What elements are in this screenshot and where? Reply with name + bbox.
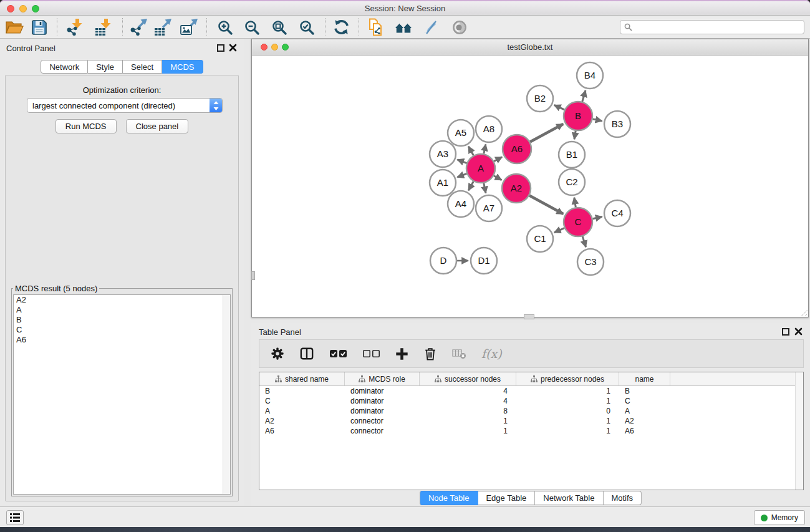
- show-all-button[interactable]: [449, 17, 470, 37]
- task-history-button[interactable]: [6, 510, 24, 525]
- table-cell[interactable]: B: [619, 387, 670, 395]
- mcds-list-scrollbar[interactable]: [223, 295, 230, 494]
- zoom-out-button[interactable]: [241, 17, 263, 37]
- column-header-name[interactable]: name: [619, 372, 670, 385]
- close-panel-button[interactable]: Close panel: [126, 119, 189, 133]
- graph-node-C1[interactable]: C1: [527, 226, 553, 252]
- mcds-result-item[interactable]: A: [14, 305, 230, 315]
- mcds-result-item[interactable]: A6: [14, 335, 230, 345]
- graph-edge-C-C2[interactable]: [574, 198, 576, 208]
- graph-node-B3[interactable]: B3: [604, 111, 630, 137]
- graph-node-A5[interactable]: A5: [448, 120, 474, 146]
- table-row[interactable]: Adominator80A: [259, 406, 803, 416]
- hide-selected-button[interactable]: [420, 17, 441, 37]
- export-network-button[interactable]: [128, 17, 149, 37]
- tab-network[interactable]: Network: [41, 60, 88, 74]
- graph-node-A3[interactable]: A3: [430, 141, 456, 167]
- table-cell[interactable]: 1: [516, 397, 619, 405]
- column-header-shared-name[interactable]: shared name: [259, 372, 345, 385]
- open-session-button[interactable]: [4, 17, 25, 37]
- table-cell[interactable]: connector: [345, 417, 420, 425]
- refresh-button[interactable]: [330, 17, 352, 37]
- graph-node-A6[interactable]: A6: [503, 135, 531, 163]
- table-cell[interactable]: A2: [619, 417, 670, 425]
- graph-node-D[interactable]: D: [430, 248, 456, 274]
- column-header-mcds-role[interactable]: MCDS role: [345, 372, 420, 385]
- zoom-fit-button[interactable]: [269, 17, 290, 37]
- graph-edge-B-B2[interactable]: [554, 105, 564, 110]
- graph-node-A[interactable]: A: [466, 154, 495, 183]
- mcds-result-item[interactable]: B: [14, 315, 230, 325]
- graph-node-C[interactable]: C: [564, 208, 592, 236]
- table-cell[interactable]: dominator: [345, 397, 420, 405]
- graph-edge-C-C4[interactable]: [592, 216, 602, 218]
- run-mcds-button[interactable]: Run MCDS: [55, 119, 117, 133]
- table-scrollbar[interactable]: [795, 372, 803, 490]
- column-header-predecessor-nodes[interactable]: predecessor nodes: [516, 372, 619, 385]
- table-options-button[interactable]: [271, 347, 284, 360]
- graph-edge-A-A3[interactable]: [457, 160, 466, 163]
- table-cell[interactable]: dominator: [345, 387, 420, 395]
- graph-edge-A-A4[interactable]: [468, 181, 473, 190]
- left-splitter-handle[interactable]: [251, 271, 255, 280]
- delete-table-button[interactable]: [452, 348, 466, 359]
- tab-edge-table[interactable]: Edge Table: [478, 491, 535, 505]
- search-field[interactable]: [620, 20, 804, 34]
- table-cell[interactable]: 1: [516, 427, 619, 435]
- export-image-button[interactable]: [178, 17, 200, 37]
- graph-node-A8[interactable]: A8: [476, 116, 502, 142]
- table-cell[interactable]: A6: [259, 427, 345, 435]
- table-cell[interactable]: 4: [420, 387, 516, 395]
- table-close-icon[interactable]: [794, 327, 803, 336]
- graph-edge-C-C3[interactable]: [582, 236, 586, 247]
- float-panel-button[interactable]: [217, 44, 224, 52]
- graph-node-A1[interactable]: A1: [430, 170, 456, 196]
- table-cell[interactable]: dominator: [345, 407, 420, 415]
- graph-node-C4[interactable]: C4: [604, 200, 630, 226]
- export-table-button[interactable]: [152, 17, 173, 37]
- table-row[interactable]: Bdominator41B: [259, 386, 803, 396]
- function-builder-button[interactable]: f(x): [481, 347, 502, 360]
- table-cell[interactable]: A: [259, 407, 345, 415]
- network-canvas[interactable]: B4B2BB3A5A8A6A3B1AA1C2A2A4A7C4CC1C3DD1: [252, 56, 808, 317]
- delete-columns-button[interactable]: [423, 347, 437, 361]
- graph-edge-A2-C[interactable]: [529, 195, 563, 214]
- table-float-button[interactable]: [782, 328, 789, 336]
- mcds-result-item[interactable]: A2: [14, 295, 230, 305]
- select-all-button[interactable]: [329, 347, 347, 360]
- table-cell[interactable]: A2: [259, 417, 345, 425]
- close-panel-icon[interactable]: [229, 44, 237, 52]
- table-cell[interactable]: C: [259, 397, 345, 405]
- show-columns-button[interactable]: [299, 347, 314, 360]
- table-cell[interactable]: 1: [420, 427, 516, 435]
- graph-node-C2[interactable]: C2: [559, 169, 585, 195]
- deselect-all-button[interactable]: [362, 347, 380, 360]
- import-network-button[interactable]: [64, 17, 85, 37]
- table-cell[interactable]: 1: [516, 387, 619, 395]
- network-window-titlebar[interactable]: testGlobe.txt: [252, 39, 808, 56]
- graph-edge-A-A2[interactable]: [494, 176, 502, 180]
- table-cell[interactable]: 1: [420, 417, 516, 425]
- table-cell[interactable]: C: [619, 397, 670, 405]
- graph-node-C3[interactable]: C3: [577, 249, 604, 275]
- table-row[interactable]: Cdominator41C: [259, 396, 803, 406]
- table-cell[interactable]: A: [619, 407, 670, 415]
- graph-edge-B-B3[interactable]: [593, 119, 602, 121]
- zoom-in-button[interactable]: [215, 17, 236, 37]
- table-row[interactable]: A2connector11A2: [259, 416, 803, 426]
- graph-edge-B-B1[interactable]: [574, 131, 576, 140]
- graph-edge-A-A7[interactable]: [484, 183, 486, 193]
- save-session-button[interactable]: [29, 17, 50, 37]
- graph-node-B4[interactable]: B4: [577, 62, 603, 89]
- tab-motifs[interactable]: Motifs: [603, 491, 642, 505]
- create-column-button[interactable]: [395, 347, 408, 360]
- import-table-button[interactable]: [93, 17, 114, 37]
- zoom-selected-button[interactable]: [296, 17, 317, 37]
- graph-edge-A-A6[interactable]: [494, 157, 502, 162]
- graph-edge-A-A8[interactable]: [484, 144, 486, 153]
- graph-node-A2[interactable]: A2: [502, 174, 531, 203]
- criterion-dropdown[interactable]: largest connected component (directed): [27, 98, 223, 113]
- table-cell[interactable]: 0: [516, 407, 619, 415]
- table-cell[interactable]: 8: [420, 407, 516, 415]
- table-cell[interactable]: 1: [516, 417, 619, 425]
